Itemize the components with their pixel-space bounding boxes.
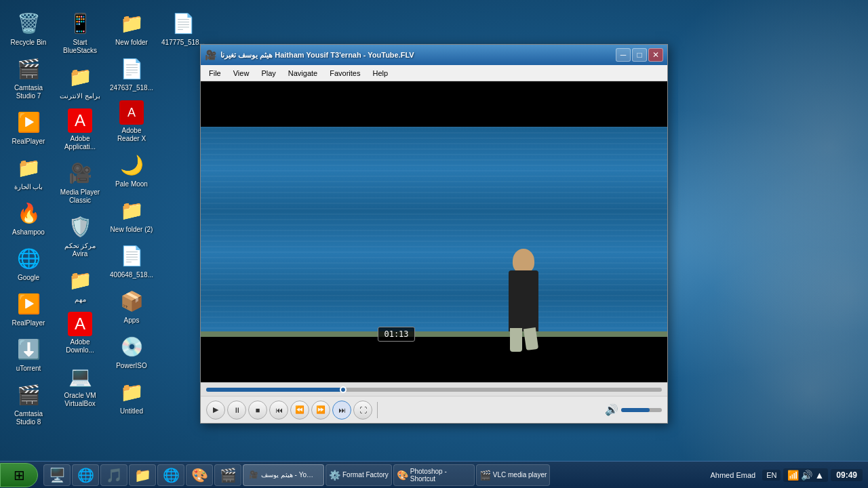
bab-alhara-label: باب الحارة <box>14 183 43 191</box>
volume-icon[interactable]: 🔊 <box>605 403 618 416</box>
taskbar-explorer[interactable]: 📁 <box>129 464 156 486</box>
ps-shortcut-label: Photoshop - Shortcut <box>410 468 471 483</box>
taskbar-show-desktop[interactable]: 🖥️ <box>43 464 71 486</box>
title-bar-left: 🎥 هيثم يوسف تغيرنا Haitham Yousif T3'ern… <box>205 49 414 60</box>
controls-separator <box>377 402 378 418</box>
bab-alhara-icon: 📁 <box>15 154 42 181</box>
desktop-icons-area: 🗑️ Recycle Bin 🎬 Camtasia Studio 7 ▶️ Re… <box>0 0 197 447</box>
file417775-icon: 📄 <box>170 9 197 37</box>
apps-label: Apps <box>124 317 140 325</box>
start-button[interactable]: ⊞ <box>0 463 38 487</box>
utorrent-label: uTorrent <box>16 365 41 373</box>
taskbar-media[interactable]: 🎬 <box>214 464 241 486</box>
active-window-button[interactable]: 🎥 هيثم يوسف - YouTube.FLV <box>243 464 324 486</box>
rewind-button[interactable]: ⏪ <box>290 401 309 420</box>
realplayer2-icon: ▶️ <box>15 290 42 317</box>
bluestacks-label: Start BlueStacks <box>58 39 102 55</box>
fullscreen-button[interactable]: ⛶ <box>353 401 372 420</box>
play-button[interactable]: ▶ <box>206 401 225 420</box>
desktop-icon-media-player[interactable]: 🎥 Media Player Classic <box>56 157 104 207</box>
recycle-bin-icon: 🗑️ <box>15 9 42 37</box>
next-button[interactable]: ⏭ <box>332 401 351 420</box>
prev-button[interactable]: ⏮ <box>269 401 288 420</box>
desktop-icon-google[interactable]: 🌐 Google <box>4 242 53 285</box>
desktop-icon-bab-alhara[interactable]: 📁 باب الحارة <box>4 151 53 194</box>
maximize-button[interactable]: □ <box>632 48 647 62</box>
desktop-icon-file247637[interactable]: 📄 247637_518... <box>107 52 156 95</box>
realplayer2-label: RealPlayer <box>12 319 45 327</box>
desktop-icon-pale-moon[interactable]: 🌙 Pale Moon <box>107 148 156 191</box>
desktop-icon-oracle-vm[interactable]: 💻 Oracle VM VirtualBox <box>56 360 104 411</box>
oracle-vm-label: Oracle VM VirtualBox <box>58 392 102 408</box>
camtasia8-label: Camtasia Studio 8 <box>7 410 50 426</box>
desktop-icon-adobe-reader[interactable]: A Adobe Reader X <box>107 98 156 146</box>
untitled-label: Untitled <box>120 407 143 415</box>
window-controls: ─ □ ✕ <box>616 48 663 62</box>
desktop-icon-file417775[interactable]: 📄 417775_518... <box>159 7 208 49</box>
desktop-icon-camtasia8[interactable]: 🎬 Camtasia Studio 8 <box>4 378 53 429</box>
desktop-icon-avira[interactable]: 🛡️ مركز تحكم Avira <box>56 210 104 261</box>
ashampoo-icon: 🔥 <box>15 199 42 226</box>
new-folder-label: New folder <box>115 39 148 47</box>
desktop-icon-mhm[interactable]: 📁 مهم <box>56 264 104 306</box>
recycle-bin-label: Recycle Bin <box>11 39 47 47</box>
taskbar-ps-shortcut[interactable]: 🎨 Photoshop - Shortcut <box>393 464 475 486</box>
volume-slider[interactable] <box>621 408 662 412</box>
menu-play[interactable]: Play <box>256 68 281 79</box>
vlc-icon: 🎬 <box>479 470 491 481</box>
close-button[interactable]: ✕ <box>648 48 663 62</box>
desktop-icon-new-folder[interactable]: 📁 New folder <box>107 7 156 49</box>
desktop-icon-recycle-bin[interactable]: 🗑️ Recycle Bin <box>4 7 53 49</box>
menu-favorites[interactable]: Favorites <box>324 68 366 79</box>
video-area[interactable]: 01:13 <box>201 81 667 382</box>
forward-button[interactable]: ⏩ <box>311 401 330 420</box>
desktop-icon-programs[interactable]: 📁 برامج الانترنت <box>56 60 104 103</box>
video-bottom <box>201 337 667 382</box>
taskbar-winamp[interactable]: 🎵 <box>100 464 127 486</box>
vlc-label: VLC media player <box>493 471 547 479</box>
desktop-icon-untitled[interactable]: 📁 Untitled <box>107 375 156 418</box>
taskbar-photoshop[interactable]: 🎨 <box>186 464 213 486</box>
poweriso-icon: 💿 <box>118 333 145 360</box>
video-sky <box>201 81 667 127</box>
adobe-dl-label: Adobe Downlo... <box>58 338 102 354</box>
language-indicator[interactable]: EN <box>762 470 781 481</box>
menu-navigate[interactable]: Navigate <box>283 68 323 79</box>
network-icon[interactable]: 📶 <box>787 470 799 481</box>
menu-help[interactable]: Help <box>367 68 393 79</box>
taskbar: ⊞ 🖥️ 🌐 🎵 📁 🌐 🎨 🎬 <box>0 461 868 488</box>
stop-button[interactable]: ■ <box>248 401 267 420</box>
desktop-icon-apps[interactable]: 📦 Apps <box>107 285 156 327</box>
minimize-button[interactable]: ─ <box>616 48 631 62</box>
volume-tray-icon[interactable]: 🔊 <box>801 470 812 481</box>
windows-logo: ⊞ <box>14 467 25 483</box>
desktop-icon-file400648[interactable]: 📄 400648_518... <box>107 239 156 282</box>
tray-up-icon[interactable]: ▲ <box>814 470 824 481</box>
menu-file[interactable]: File <box>203 68 226 79</box>
desktop-icon-bluestacks[interactable]: 📱 Start BlueStacks <box>56 7 104 58</box>
desktop-icon-new-folder2[interactable]: 📁 New folder (2) <box>107 194 156 237</box>
taskbar-vlc[interactable]: 🎬 VLC media player <box>476 464 550 486</box>
desktop-icon-realplayer2[interactable]: ▶️ RealPlayer <box>4 287 53 330</box>
seek-bar[interactable] <box>206 388 662 392</box>
taskbar-chrome[interactable]: 🌐 <box>157 464 184 486</box>
ps-shortcut-icon: 🎨 <box>397 470 408 481</box>
menu-view[interactable]: View <box>228 68 255 79</box>
format-factory-label: Format Factory <box>342 471 389 479</box>
clock[interactable]: 09:49 <box>831 469 863 481</box>
new-folder2-icon: 📁 <box>118 197 145 224</box>
desktop-icon-ashampoo[interactable]: 🔥 Ashampoo <box>4 197 53 239</box>
desktop-icon-adobe-app[interactable]: A Adobe Applicati... <box>56 106 104 154</box>
volume-level <box>621 408 650 412</box>
new-folder2-label: New folder (2) <box>111 226 153 234</box>
pause-button[interactable]: ⏸ <box>227 401 246 420</box>
desktop-icon-poweriso[interactable]: 💿 PowerISO <box>107 330 156 373</box>
taskbar-format-factory[interactable]: ⚙️ Format Factory <box>326 464 392 486</box>
adobe-app-label: Adobe Applicati... <box>58 135 102 151</box>
desktop-icon-utorrent[interactable]: ⬇️ uTorrent <box>4 333 53 375</box>
desktop-icon-adobe-dl[interactable]: A Adobe Downlo... <box>56 309 104 357</box>
taskbar-ie[interactable]: 🌐 <box>72 464 99 486</box>
desktop-icon-realplayer[interactable]: ▶️ RealPlayer <box>4 106 53 148</box>
desktop-icon-camtasia7[interactable]: 🎬 Camtasia Studio 7 <box>4 52 53 103</box>
video-ground <box>201 331 667 338</box>
